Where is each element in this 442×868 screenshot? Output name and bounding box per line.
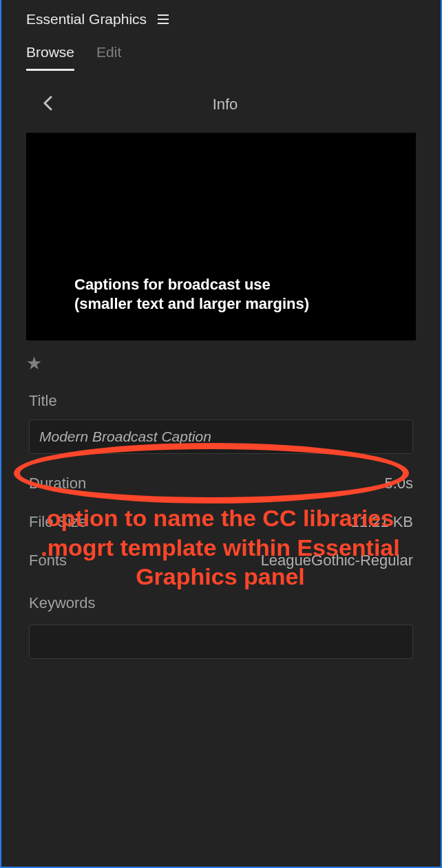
filesize-row: File Size 11.21 KB — [29, 513, 413, 531]
filesize-value: 11.21 KB — [350, 513, 413, 531]
info-title: Info — [34, 96, 416, 113]
title-label: Title — [29, 392, 413, 410]
filesize-label: File Size — [29, 513, 87, 531]
preview-caption-line1: Captions for broadcast use — [74, 275, 416, 294]
keywords-label: Keywords — [29, 594, 413, 612]
keywords-input[interactable] — [29, 625, 413, 659]
tab-edit[interactable]: Edit — [96, 44, 121, 71]
preview-caption-line2: (smaller text and larger margins) — [74, 294, 416, 314]
panel-header: Essential Graphics — [1, 0, 441, 39]
favorite-row: ★ — [1, 340, 441, 374]
title-input[interactable] — [29, 420, 413, 454]
panel-title: Essential Graphics — [26, 11, 147, 28]
duration-label: Duration — [29, 475, 86, 492]
tab-bar: Browse Edit — [1, 39, 441, 71]
fonts-label: Fonts — [29, 552, 67, 569]
tab-browse[interactable]: Browse — [26, 44, 74, 71]
duration-value: 5.0s — [384, 475, 413, 492]
info-header: Info — [1, 71, 441, 133]
duration-row: Duration 5.0s — [29, 475, 413, 492]
panel-menu-icon[interactable] — [158, 14, 169, 24]
back-chevron-icon[interactable] — [43, 94, 52, 116]
essential-graphics-panel: Essential Graphics Browse Edit Info Capt… — [0, 0, 442, 868]
fonts-value: LeagueGothic-Regular — [261, 552, 413, 569]
info-content: Title Duration 5.0s File Size 11.21 KB F… — [1, 374, 441, 659]
template-preview: Captions for broadcast use (smaller text… — [26, 133, 416, 340]
favorite-star-icon[interactable]: ★ — [26, 353, 42, 373]
fonts-row: Fonts LeagueGothic-Regular — [29, 552, 413, 569]
